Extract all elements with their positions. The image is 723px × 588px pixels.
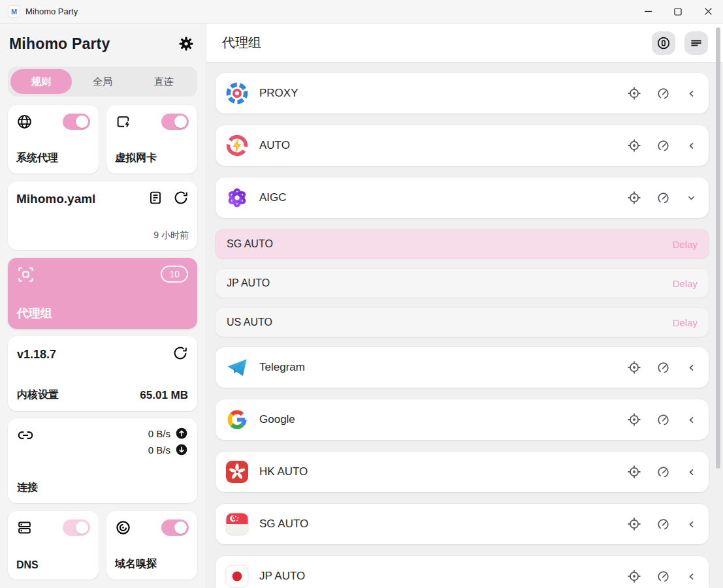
close-button[interactable] <box>693 0 723 23</box>
gauge-icon <box>656 87 670 101</box>
tun-toggle[interactable] <box>161 114 189 130</box>
locate-button[interactable] <box>627 360 641 375</box>
gauge-icon <box>656 518 670 531</box>
tab-outbound-2[interactable]: 直连 <box>133 69 195 94</box>
proxy-group-row[interactable]: Telegram <box>216 347 709 388</box>
locate-button[interactable] <box>627 86 641 101</box>
proxy-delay-label[interactable]: Delay <box>673 278 698 289</box>
gauge-icon <box>656 413 670 427</box>
group-name: PROXY <box>259 87 627 100</box>
sidebar: Mihomo Party <box>0 23 206 588</box>
speed-test-button[interactable] <box>656 465 670 479</box>
sider-toggle-icon <box>656 36 671 50</box>
profile-document-icon[interactable] <box>148 190 163 208</box>
gauge-icon <box>656 570 670 583</box>
list-view-button[interactable] <box>684 31 708 55</box>
scrollbar[interactable] <box>716 27 720 469</box>
gauge-icon <box>656 191 670 205</box>
chevron-left-icon <box>685 140 698 152</box>
proxy-group-row[interactable]: PROXY <box>216 73 709 114</box>
locate-icon <box>627 412 641 427</box>
core-settings-card[interactable]: v1.18.7 内核设置 65.01 MB <box>8 336 197 411</box>
tun-card[interactable]: 虚拟网卡 <box>106 105 197 174</box>
dns-toggle[interactable] <box>63 519 90 536</box>
gauge-icon <box>656 139 670 153</box>
sniff-toggle[interactable] <box>161 519 189 536</box>
chevron-left-icon <box>685 87 698 100</box>
page-title: 代理组 <box>222 34 261 52</box>
locate-icon <box>627 191 641 205</box>
expand-button[interactable] <box>685 140 698 152</box>
expand-button[interactable] <box>685 466 698 478</box>
proxy-item-row[interactable]: JP AUTODelay <box>216 269 709 298</box>
core-restart-icon[interactable] <box>172 345 188 364</box>
expand-button[interactable] <box>685 192 698 204</box>
proxy-delay-label[interactable]: Delay <box>673 239 698 250</box>
locate-icon <box>627 517 641 531</box>
locate-button[interactable] <box>627 412 641 427</box>
proxy-group-row[interactable]: AIGC <box>216 178 709 218</box>
sniff-card[interactable]: 域名嗅探 <box>106 511 197 580</box>
system-proxy-label: 系统代理 <box>16 151 90 165</box>
locate-button[interactable] <box>627 191 641 205</box>
group-name: HK AUTO <box>259 465 627 478</box>
speed-test-button[interactable] <box>656 191 670 205</box>
expand-button[interactable] <box>685 362 698 374</box>
globe-icon <box>16 114 33 130</box>
locate-icon <box>627 360 641 375</box>
speed-test-button[interactable] <box>656 413 670 427</box>
telegram-icon <box>225 356 249 379</box>
expand-button[interactable] <box>685 87 698 100</box>
expand-button[interactable] <box>685 414 698 426</box>
close-icon <box>704 7 713 16</box>
system-proxy-card[interactable]: 系统代理 <box>8 105 99 174</box>
core-settings-label: 内核设置 <box>17 388 59 402</box>
core-version: v1.18.7 <box>17 348 56 362</box>
dns-card[interactable]: DNS <box>8 511 99 580</box>
chevron-left-icon <box>685 466 698 478</box>
system-proxy-toggle[interactable] <box>63 114 90 130</box>
proxy-group-scan-icon <box>17 266 35 286</box>
proxy-group-row[interactable]: AUTO <box>216 125 709 166</box>
expand-button[interactable] <box>685 570 698 583</box>
proxy-group-row[interactable]: SG AUTO <box>216 504 709 544</box>
outbound-mode-tabs: 规则全局直连 <box>8 67 197 97</box>
speed-test-button[interactable] <box>656 570 670 583</box>
connections-card[interactable]: 0 B/s 0 B/s 连接 <box>8 418 197 503</box>
main-header: 代理组 <box>206 23 723 63</box>
speed-test-button[interactable] <box>656 518 670 531</box>
group-name: Telegram <box>259 361 627 374</box>
tab-outbound-0[interactable]: 规则 <box>10 69 72 94</box>
locate-button[interactable] <box>627 517 641 531</box>
proxy-group-count-badge: 10 <box>161 266 188 283</box>
speed-test-button[interactable] <box>656 361 670 375</box>
tun-label: 虚拟网卡 <box>115 151 189 165</box>
proxy-group-label: 代理组 <box>17 305 188 321</box>
profile-card[interactable]: Mihomo.yaml 9 <box>8 181 197 250</box>
google-icon <box>225 408 249 431</box>
proxy-group-row[interactable]: HK AUTO <box>216 452 709 492</box>
locate-button[interactable] <box>627 465 641 479</box>
speed-test-button[interactable] <box>656 87 670 101</box>
speed-test-button[interactable] <box>656 139 670 153</box>
profile-refresh-icon[interactable] <box>173 190 189 208</box>
chevron-left-icon <box>685 518 698 531</box>
proxy-delay-label[interactable]: Delay <box>673 317 698 328</box>
proxy-group-row[interactable]: JP AUTO <box>216 556 709 588</box>
flag-hk-icon <box>225 460 249 484</box>
profile-updated-time: 9 小时前 <box>16 230 189 241</box>
expand-button[interactable] <box>685 518 698 531</box>
maximize-button[interactable] <box>663 0 693 23</box>
proxy-group-row[interactable]: Google <box>216 399 709 440</box>
locate-button[interactable] <box>627 569 641 583</box>
sider-toggle-button[interactable] <box>652 31 675 55</box>
tab-outbound-1[interactable]: 全局 <box>72 69 133 94</box>
proxy-name: US AUTO <box>227 317 272 328</box>
minimize-button[interactable] <box>633 0 663 23</box>
settings-button[interactable] <box>176 34 196 54</box>
main-panel: 代理组 PROXY <box>206 23 723 588</box>
proxy-item-row[interactable]: US AUTODelay <box>216 308 709 337</box>
sidebar-item-proxy-groups[interactable]: 10 代理组 <box>8 258 197 329</box>
proxy-item-row[interactable]: SG AUTODelay <box>216 230 709 258</box>
locate-button[interactable] <box>627 138 641 153</box>
